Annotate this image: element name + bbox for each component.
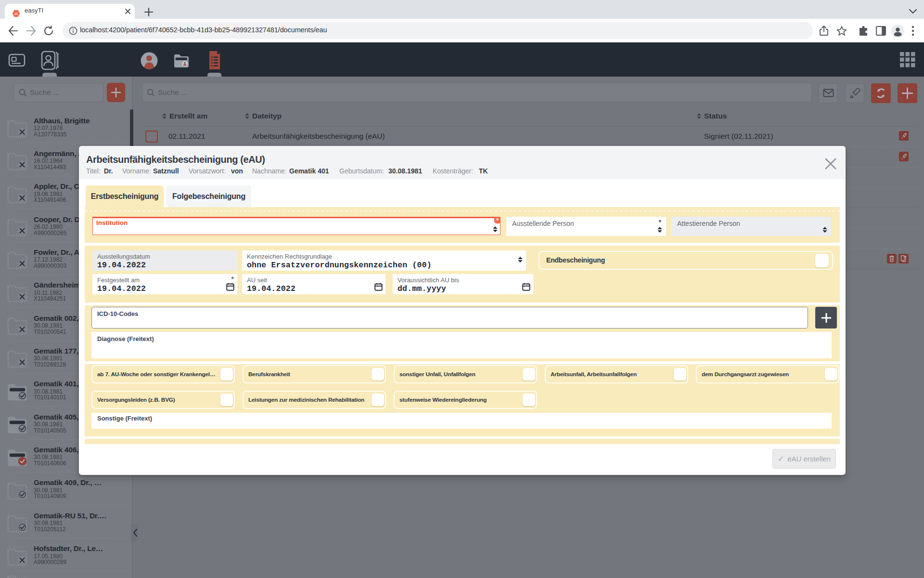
svg-text:et: et xyxy=(15,12,18,15)
